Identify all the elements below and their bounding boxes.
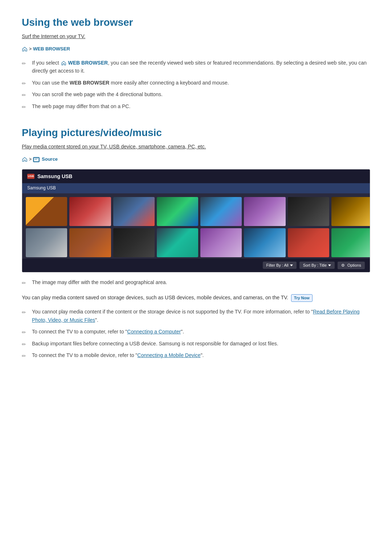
pencil-icon: ✏ [22,308,28,315]
try-now-badge[interactable]: Try Now [291,294,313,302]
section-web-browser: Using the web browser Surf the Internet … [22,15,370,110]
tv-header-label: Samsung USB [37,172,72,180]
breadcrumb-source: > Source [22,156,370,163]
web-browser-link1: WEB BROWSER [68,60,108,66]
media-note3-text: Backup important files before connecting… [32,340,370,348]
breadcrumb-arrow: > [29,46,32,53]
section1-title: Using the web browser [22,15,370,31]
media-note4-text: To connect the TV to a mobile device, re… [32,351,370,359]
image-note-list: ✏ The image may differ with the model an… [22,278,370,286]
pencil-icon: ✏ [22,340,28,347]
thumbnail [69,228,111,257]
link-connecting-computer[interactable]: Connecting a Computer [127,329,181,335]
pencil-icon: ✏ [22,79,28,86]
thumbnail [244,228,285,257]
media-notes-list: ✏ You cannot play media content if the c… [22,308,370,359]
gear-icon: ⚙ [341,263,345,268]
source-box-icon [33,157,40,162]
thumbnail [26,228,67,257]
note-item: ✏ You can use the WEB BROWSER more easil… [22,79,370,87]
note-item: ✏ If you select WEB BROWSER, you can see… [22,59,370,75]
pencil-icon: ✏ [22,352,28,358]
section2-subtitle: Play media content stored on your TV, US… [22,143,370,151]
thumbnail [157,197,198,226]
source-label: Source [42,156,58,163]
image-note-item: ✏ The image may differ with the model an… [22,278,370,286]
image-note-text: The image may differ with the model and … [32,278,370,286]
thumbnail [113,197,155,226]
link-photo-video[interactable]: Read Before Playing Photo, Video, or Mus… [32,309,360,323]
media-note2-text: To connect the TV to a computer, refer t… [32,328,370,336]
thumbnail [157,228,198,257]
breadcrumb-arrow: > [29,156,32,163]
thumbnail [331,228,370,257]
thumbnail-row-2 [26,228,366,257]
pencil-icon: ✏ [22,279,28,286]
note3-text: You can scroll the web page with the 4 d… [32,90,370,98]
tv-sub-header: Samsung USB [22,183,370,193]
note1-text: If you select WEB BROWSER, you can see t… [32,59,370,75]
note-item: ✏ You can scroll the web page with the 4… [22,90,370,98]
web-browser-bold: WEB BROWSER [70,80,110,86]
thumbnail [200,228,242,257]
tv-ui-mockup: USB Samsung USB Samsung USB [22,169,370,272]
tv-footer: Filter By : All Sort By : Title ⚙ Option… [22,259,370,272]
main-paragraph: You can play media content saved on stor… [22,294,370,302]
web-browser-notes: ✏ If you select WEB BROWSER, you can see… [22,59,370,110]
section2-title: Playing pictures/video/music [22,125,370,141]
thumbnail [288,228,329,257]
note-item: ✏ You cannot play media content if the c… [22,308,370,324]
note-item: ✏ To connect the TV to a mobile device, … [22,351,370,359]
note-item: ✏ The web page may differ from that on a… [22,102,370,110]
thumbnail [113,228,155,257]
usb-icon: USB [27,174,34,179]
note-item: ✏ To connect the TV to a computer, refer… [22,328,370,336]
note4-text: The web page may differ from that on a P… [32,102,370,110]
thumbnail [26,197,67,226]
pencil-icon: ✏ [22,103,28,110]
pencil-icon: ✏ [22,328,28,335]
pencil-icon: ✏ [22,59,28,66]
section1-subtitle: Surf the Internet on your TV. [22,32,370,40]
media-note1-text: You cannot play media content if the con… [32,308,370,324]
breadcrumb-label: WEB BROWSER [33,45,70,53]
home-icon [22,157,28,163]
options-button[interactable]: ⚙ Options [338,262,365,269]
breadcrumb-web-browser: > WEB BROWSER [22,45,370,53]
home-icon [22,46,28,52]
note2-text: You can use the WEB BROWSER more easily … [32,79,370,87]
thumbnail [288,197,329,226]
thumbnail [331,197,370,226]
dropdown-arrow-icon [328,264,331,266]
thumbnail [69,197,111,226]
section-playing-media: Playing pictures/video/music Play media … [22,125,370,360]
note-item: ✏ Backup important files before connecti… [22,340,370,348]
link-connecting-mobile[interactable]: Connecting a Mobile Device [137,352,200,358]
thumbnail-row-1 [26,197,366,226]
pencil-icon: ✏ [22,91,28,98]
filter-button[interactable]: Filter By : All [263,262,297,269]
thumbnail [200,197,242,226]
dropdown-arrow-icon [290,264,293,266]
thumbnail [244,197,285,226]
tv-header: USB Samsung USB [22,169,370,183]
sort-button[interactable]: Sort By : Title [299,262,335,269]
